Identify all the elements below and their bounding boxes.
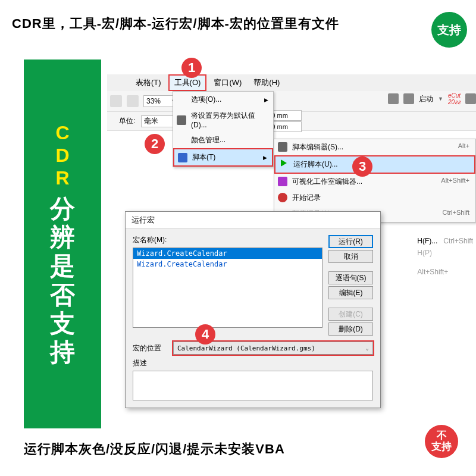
- edit-button[interactable]: 编辑(E): [328, 286, 373, 299]
- menu-save-default[interactable]: 将设置另存为默认值(D)...: [173, 108, 273, 132]
- toolbar-right: 启动 ▼ eCut20ƨƨ: [388, 92, 476, 105]
- menu-scripts[interactable]: 脚本(T) ▶: [173, 148, 273, 167]
- grid-icon[interactable]: [388, 93, 399, 104]
- unit-select[interactable]: 毫米: [141, 115, 174, 127]
- dim-input-2[interactable]: [269, 121, 302, 132]
- dim-input-1[interactable]: [269, 110, 302, 121]
- chevron-right-icon: ▶: [264, 97, 268, 103]
- ext-item[interactable]: H(F)... Ctrl+Shift: [417, 235, 473, 247]
- vs-icon: [278, 177, 287, 186]
- chevron-right-icon: ▶: [263, 155, 267, 161]
- marker-4: 4: [195, 324, 215, 345]
- record-icon: [278, 193, 287, 202]
- submenu-editor[interactable]: 脚本编辑器(S)... Alt+: [274, 139, 475, 155]
- pencil-icon: [278, 142, 287, 152]
- ecut-logo: eCut20ƨƨ: [448, 92, 461, 105]
- letter-c: C: [55, 121, 69, 144]
- create-button: 创建(C): [328, 308, 373, 321]
- ext-shortcut: Alt+Shift+: [417, 259, 473, 285]
- menu-color-mgmt[interactable]: 颜色管理...: [173, 132, 273, 148]
- left-banner: C D R 分 辨 是 否 支 持: [24, 60, 101, 428]
- tool-icon[interactable]: [403, 93, 414, 104]
- run-macro-dialog: 运行宏 宏名称(M): Wizard.CreateCalendar Wizard…: [125, 211, 381, 408]
- letter-r: R: [55, 167, 69, 189]
- location-label: 宏的位置: [133, 343, 168, 353]
- toolbar-icon[interactable]: [110, 95, 122, 107]
- marker-1: 1: [181, 58, 202, 78]
- delete-button[interactable]: 删除(D): [328, 322, 373, 336]
- submenu-run-script[interactable]: 运行脚本(U)...: [274, 155, 475, 174]
- submenu-start-record[interactable]: 开始记录: [274, 190, 475, 206]
- step-button[interactable]: 逐语句(S): [328, 271, 373, 284]
- macro-listbox[interactable]: Wizard.CreateCalendar Wizard.CreateCalen…: [133, 248, 322, 328]
- script-icon: [178, 153, 187, 162]
- description-label: 描述: [133, 358, 168, 368]
- toolbar-main: 33% ▼ 启动 ▼ eCut20ƨƨ: [107, 91, 476, 112]
- toolbar-units: 单位: 毫米: [107, 112, 476, 131]
- scripts-submenu: 脚本编辑器(S)... Alt+ 运行脚本(U)... 可视化工作室编辑器...…: [274, 139, 476, 223]
- top-instruction: CDR里，工具-宏/脚本-运行宏/脚本-宏的位置里有文件: [0, 0, 476, 42]
- menu-table[interactable]: 表格(T): [131, 76, 166, 90]
- app-screenshot: 表格(T) 工具(O) 窗口(W) 帮助(H) 33% ▼ 启动 ▼ eCut2…: [107, 74, 476, 428]
- cdr-label: C D R: [55, 121, 69, 190]
- unit-label: 单位:: [119, 116, 135, 126]
- toolbar-icon[interactable]: [127, 95, 139, 107]
- submenu-vs-editor[interactable]: 可视化工作室编辑器... Alt+Shift+: [274, 174, 475, 190]
- play-icon: [281, 159, 287, 167]
- launch-label[interactable]: 启动: [419, 94, 433, 104]
- gear-icon: [177, 115, 186, 125]
- description-box[interactable]: [133, 371, 373, 400]
- tool-icon[interactable]: [465, 93, 476, 104]
- tools-dropdown: 选项(O)... ▶ 将设置另存为默认值(D)... 颜色管理... 脚本(T)…: [173, 91, 274, 167]
- list-item[interactable]: Wizard.CreateCalendar: [133, 259, 322, 270]
- bottom-instruction: 运行脚本灰色/没反应/闪退/提示未安装VBA: [24, 440, 285, 458]
- marker-2: 2: [145, 134, 165, 154]
- run-button[interactable]: 运行(R): [328, 235, 373, 248]
- cancel-button[interactable]: 取消: [328, 250, 373, 263]
- menu-help[interactable]: 帮助(H): [249, 76, 284, 90]
- chevron-down-icon: ⌄: [366, 345, 369, 351]
- marker-3: 3: [352, 156, 372, 177]
- list-item-selected[interactable]: Wizard.CreateCalendar: [133, 248, 322, 259]
- letter-d: D: [55, 144, 69, 167]
- menu-options[interactable]: 选项(O)... ▶: [173, 92, 273, 108]
- menu-window[interactable]: 窗口(W): [209, 76, 246, 90]
- dialog-title: 运行宏: [126, 212, 380, 229]
- support-badge: 支持: [431, 12, 467, 48]
- banner-chinese: 分 辨 是 否 支 持: [50, 195, 75, 367]
- ext-item-disabled: H(P): [417, 247, 473, 259]
- macro-name-label: 宏名称(M):: [133, 235, 322, 245]
- menubar: 表格(T) 工具(O) 窗口(W) 帮助(H): [107, 74, 476, 91]
- not-support-badge: 不 支持: [425, 425, 458, 458]
